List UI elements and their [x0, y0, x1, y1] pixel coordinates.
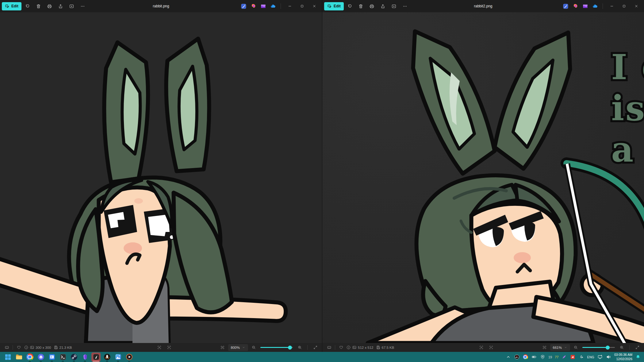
image-canvas-rabbit2[interactable]: I d is a b	[322, 12, 644, 343]
favorite-button[interactable]	[337, 344, 345, 351]
share-button[interactable]	[56, 2, 66, 11]
share-button[interactable]	[378, 2, 388, 11]
text-actions-icon	[489, 345, 493, 350]
tray-hardware[interactable]	[597, 354, 603, 360]
print-button[interactable]	[367, 2, 377, 11]
zoom-slider[interactable]	[582, 347, 615, 348]
rabbit2-artwork: I d is a b	[322, 12, 644, 343]
zoom-in-button[interactable]	[618, 344, 625, 351]
delete-button[interactable]	[34, 2, 44, 11]
tray-obs[interactable]	[514, 354, 520, 360]
slideshow-button[interactable]	[389, 2, 399, 11]
slideshow-icon	[391, 4, 397, 9]
more-button[interactable]	[400, 2, 410, 11]
maximize-button[interactable]	[618, 2, 630, 11]
print-button[interactable]	[45, 2, 55, 11]
fit-to-window-icon	[542, 345, 547, 350]
zoom-slider-thumb[interactable]	[606, 345, 610, 349]
visual-search-button[interactable]	[478, 344, 485, 351]
zoom-out-button[interactable]	[572, 344, 579, 351]
fit-to-window-button[interactable]	[219, 344, 226, 351]
taskbar-clock[interactable]: 03:05:36 AM 12/02/2026	[614, 353, 632, 361]
tray-chevron-up[interactable]	[505, 354, 511, 360]
minimize-button[interactable]	[606, 2, 618, 11]
text-actions-button[interactable]	[488, 344, 495, 351]
tray-security-shield[interactable]	[540, 354, 546, 360]
text-actions-button[interactable]	[166, 344, 173, 351]
info-button[interactable]	[22, 344, 30, 351]
tray-notifications[interactable]	[635, 354, 641, 360]
delete-button[interactable]	[356, 2, 366, 11]
media-player-icon	[126, 353, 133, 360]
tray-battery[interactable]	[531, 354, 537, 360]
paint-tool-icon	[93, 353, 100, 360]
rotate-icon	[25, 4, 30, 9]
designer-app-button[interactable]	[561, 2, 570, 11]
zoom-level-dropdown[interactable]: 661%	[550, 344, 570, 351]
tray-autohotkey[interactable]	[570, 354, 576, 360]
visual-search-button[interactable]	[156, 344, 163, 351]
clipchamp-app-button[interactable]	[581, 2, 590, 11]
taskbar-remote-window[interactable]	[47, 352, 56, 362]
onedrive-app-button[interactable]	[590, 2, 600, 11]
filmstrip-icon	[5, 345, 9, 350]
rotate-button[interactable]	[23, 2, 33, 11]
taskbar-file-explorer[interactable]	[14, 352, 23, 362]
running-indicator	[40, 361, 42, 362]
favorite-button[interactable]	[15, 344, 22, 351]
taskbar-llama[interactable]	[102, 352, 112, 362]
fullscreen-button[interactable]	[312, 344, 319, 351]
designer-app-button[interactable]	[239, 2, 248, 11]
taskbar-chrome[interactable]	[25, 352, 34, 362]
edit-button[interactable]: Edit	[324, 2, 344, 10]
zoom-slider-thumb[interactable]	[288, 345, 292, 349]
autohotkey-icon	[570, 354, 575, 360]
language-indicator[interactable]: ENG	[587, 355, 594, 359]
image-icon	[30, 345, 34, 350]
edit-button[interactable]: Edit	[2, 2, 21, 10]
fullscreen-button[interactable]	[634, 344, 641, 351]
tray-chrome[interactable]	[523, 354, 528, 360]
filmstrip-icon	[327, 345, 332, 350]
taskbar-paint-tool-active[interactable]	[91, 352, 101, 362]
taskbar-terminal[interactable]	[58, 352, 67, 362]
zoom-slider[interactable]	[260, 347, 293, 348]
floppy-icon	[376, 345, 381, 350]
zoom-out-button[interactable]	[250, 344, 257, 351]
maximize-button[interactable]	[296, 2, 308, 11]
more-button[interactable]	[78, 2, 88, 11]
taskbar-discord[interactable]	[36, 352, 45, 362]
close-button[interactable]	[631, 2, 642, 11]
taskbar-steam[interactable]	[69, 352, 79, 362]
file-explorer-icon	[15, 353, 22, 360]
paint-app-button[interactable]	[571, 2, 580, 11]
image-canvas-rabbit[interactable]	[0, 12, 322, 343]
tray-feather[interactable]	[561, 354, 567, 360]
taskbar-photos[interactable]	[113, 352, 123, 362]
tray-volume[interactable]	[606, 354, 611, 360]
paint-app-button[interactable]	[249, 2, 258, 11]
start-button[interactable]	[3, 352, 12, 362]
filmstrip-toggle-button[interactable]	[325, 344, 333, 351]
info-button[interactable]	[345, 344, 352, 351]
tray-badge-19[interactable]: 19	[548, 355, 552, 359]
clipchamp-app-button[interactable]	[259, 2, 268, 11]
trash-icon	[36, 4, 41, 9]
print-icon	[47, 4, 52, 9]
tray-microphone[interactable]	[578, 354, 584, 360]
taskbar-obsidian[interactable]	[80, 352, 90, 362]
slideshow-button[interactable]	[67, 2, 77, 11]
fit-to-window-button[interactable]	[541, 344, 548, 351]
clipchamp-icon	[260, 3, 266, 9]
filmstrip-toggle-button[interactable]	[3, 344, 10, 351]
rotate-button[interactable]	[345, 2, 355, 11]
taskbar: 19 77 ENG 03:05:36 AM 12/02/2026	[0, 352, 644, 362]
close-button[interactable]	[309, 2, 320, 11]
zoom-level-dropdown[interactable]: 800%	[228, 344, 248, 351]
onedrive-app-button[interactable]	[268, 2, 278, 11]
taskbar-media-player[interactable]	[125, 352, 134, 362]
tray-badge-77[interactable]: 77	[555, 355, 558, 359]
fit-to-window-icon	[220, 345, 225, 350]
zoom-in-button[interactable]	[296, 344, 303, 351]
minimize-button[interactable]	[284, 2, 296, 11]
